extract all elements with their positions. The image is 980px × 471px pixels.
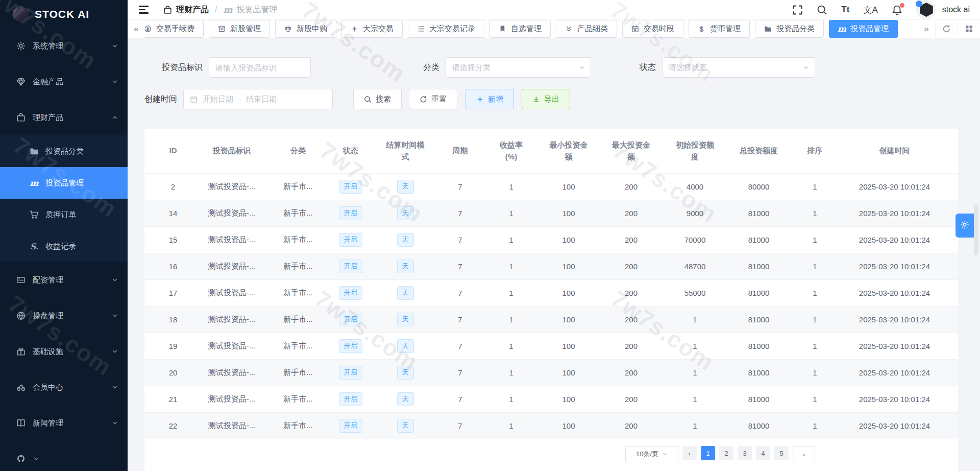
sidebar-item-7[interactable]: 配资管理 <box>0 262 128 298</box>
sidebar-item-6[interactable]: S.收益记录 <box>0 230 128 262</box>
table-row: 15测试投资品-...新手市...开启天71100200700008100012… <box>144 226 958 253</box>
tab-7[interactable]: 交易时段 <box>622 20 683 38</box>
diamond-icon <box>16 77 26 86</box>
fullscreen-icon[interactable] <box>792 5 803 15</box>
chevron-down-icon <box>111 384 118 391</box>
pagination-page-4[interactable]: 4 <box>756 446 770 460</box>
pagination-page-1[interactable]: 1 <box>701 446 715 460</box>
tab-5[interactable]: 自选管理 <box>489 20 551 38</box>
refresh-icon[interactable] <box>935 21 958 37</box>
sidebar-item-2[interactable]: 理财产品 <box>0 100 128 135</box>
status-tag: 开启 <box>339 339 362 352</box>
cell: 100 <box>538 342 599 350</box>
sidebar-item-8[interactable]: 操盘管理 <box>0 298 128 334</box>
download-icon <box>532 96 540 103</box>
sidebar-item-0[interactable]: 系统管理 <box>0 28 128 64</box>
cell: 测试投资品-... <box>193 341 270 351</box>
tab-3[interactable]: 大宗交易 <box>341 20 403 38</box>
plus-icon <box>476 96 484 103</box>
scales-icon <box>284 25 292 33</box>
cell: 9000 <box>663 209 727 218</box>
cat-icon: 在线客服 <box>16 454 26 463</box>
breadcrumb-parent[interactable]: 理财产品 <box>176 5 209 15</box>
category-select[interactable]: 请选择分类 <box>446 57 591 78</box>
column-header-5: 周期 <box>436 140 484 162</box>
tabs-scroll-right-icon[interactable]: » <box>918 24 935 34</box>
date-range-picker[interactable]: 开始日期 - 结束日期 <box>183 89 333 109</box>
search-button[interactable]: 搜索 <box>353 89 402 109</box>
sidebar-item-label: 在线客服 <box>17 455 24 462</box>
breadcrumb-separator: / <box>215 5 217 14</box>
sidebar-item-10[interactable]: 会员中心 <box>0 369 128 405</box>
font-size-icon[interactable]: Tt <box>841 5 849 15</box>
status-tag: 开启 <box>339 313 362 326</box>
notification-bell-icon[interactable] <box>892 5 902 15</box>
settings-fab[interactable] <box>955 214 974 238</box>
page-size-select[interactable]: 10条/页 <box>625 446 678 462</box>
cell: 1 <box>663 395 727 404</box>
tab-6[interactable]: 产品细类 <box>556 20 617 38</box>
cell: 7 <box>436 262 484 271</box>
search-icon[interactable] <box>817 5 827 15</box>
reset-button[interactable]: 重置 <box>409 89 457 109</box>
status-tag: 开启 <box>339 286 362 299</box>
scrollbar-thumb[interactable] <box>974 204 978 255</box>
pagination-page-3[interactable]: 3 <box>738 446 752 460</box>
cell: 开启 <box>326 392 375 406</box>
tab-9[interactable]: 投资品分类 <box>755 20 824 38</box>
tabs-scroll-left-icon[interactable]: « <box>128 24 145 34</box>
pagination-page-2[interactable]: 2 <box>719 446 733 460</box>
chevron-down-icon <box>662 451 668 457</box>
menu-collapse-icon[interactable] <box>139 6 149 14</box>
tab-10[interactable]: m投资品管理 <box>829 20 898 38</box>
sidebar-item-9[interactable]: 基础设施 <box>0 334 128 369</box>
table-header-row: ID投资品标识分类状态结算时间模 式周期收益率 (%)最小投资金 额最大投资金 … <box>144 129 958 173</box>
date-end-placeholder: 结束日期 <box>246 95 277 104</box>
sidebar-item-3[interactable]: 投资品分类 <box>0 135 128 167</box>
sidebar-item-12[interactable]: 在线客服 <box>0 441 128 471</box>
table-card: ID投资品标识分类状态结算时间模 式周期收益率 (%)最小投资金 额最大投资金 … <box>144 129 958 471</box>
sidebar-item-11[interactable]: 新闻管理 <box>0 405 128 441</box>
cell: 天 <box>375 180 436 193</box>
username[interactable]: stock ai <box>942 5 970 14</box>
date-separator: - <box>238 95 241 104</box>
cell: 81000 <box>727 262 791 271</box>
sidebar-item-1[interactable]: 金融产品 <box>0 64 128 100</box>
translate-icon[interactable]: 文A <box>863 4 877 16</box>
filter-row-2: 创建时间 开始日期 - 结束日期 搜索 重置 新增 <box>128 89 980 109</box>
mode-tag: 天 <box>397 260 414 273</box>
tab-4[interactable]: 大宗交易记录 <box>408 20 484 38</box>
cell: 2025-03-20 10:01:24 <box>839 342 950 350</box>
cell: 100 <box>538 182 599 191</box>
sidebar-item-label: 投资品管理 <box>45 178 118 188</box>
status-select[interactable]: 请选择状态 <box>662 57 815 78</box>
export-button[interactable]: 导出 <box>522 89 570 109</box>
pagination-prev-button[interactable]: ‹ <box>682 446 697 460</box>
reset-button-label: 重置 <box>431 95 447 104</box>
cell: 7 <box>436 209 484 218</box>
tab-2[interactable]: 新股申购 <box>275 20 336 38</box>
cell: 100 <box>538 368 599 377</box>
cell: 19 <box>153 342 193 350</box>
column-header-11: 排序 <box>791 140 839 162</box>
archive-icon <box>218 25 226 33</box>
pagination-next-button[interactable]: › <box>793 446 815 462</box>
sidebar-item-4[interactable]: m投资品管理 <box>0 167 128 199</box>
tab-label: 大宗交易 <box>363 24 394 34</box>
add-button[interactable]: 新增 <box>465 89 514 109</box>
layout-grid-icon[interactable] <box>958 21 980 37</box>
tab-8[interactable]: $货币管理 <box>689 20 750 38</box>
tab-0[interactable]: 交易手续费 <box>145 20 204 38</box>
sidebar-item-label: 投资品分类 <box>45 147 118 156</box>
sidebar-item-5[interactable]: 质押订单 <box>0 199 128 230</box>
pagination-page-5[interactable]: 5 <box>774 446 789 460</box>
investment-id-input[interactable] <box>209 57 311 78</box>
avatar[interactable] <box>916 0 936 19</box>
chevron-down-icon <box>111 276 118 284</box>
mode-tag: 天 <box>397 313 414 326</box>
cell: 开启 <box>326 339 375 352</box>
coins-icon <box>145 25 152 33</box>
cell: 1 <box>791 315 839 324</box>
tab-1[interactable]: 新股管理 <box>209 20 270 38</box>
cell: 1 <box>791 395 839 404</box>
